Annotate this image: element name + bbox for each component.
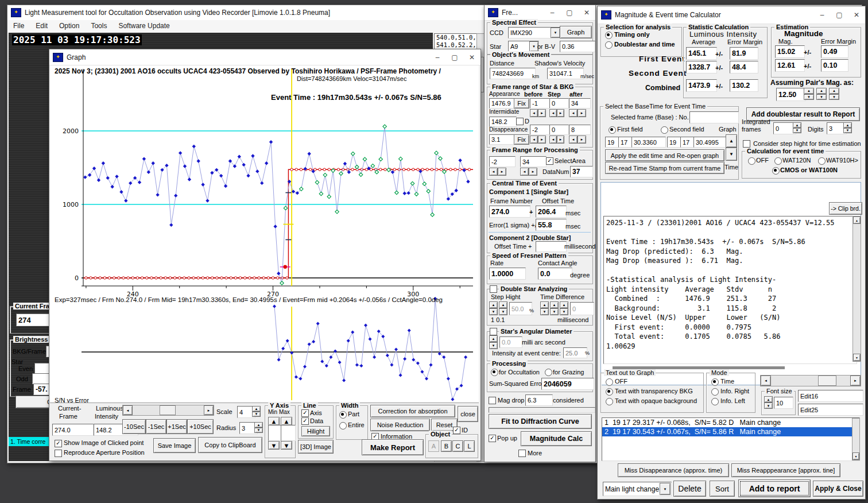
mag1-err-field[interactable]: 0.49 xyxy=(821,45,848,58)
step-spin-1[interactable] xyxy=(489,301,498,315)
second-field-radio[interactable] xyxy=(661,126,668,134)
fre-titlebar[interactable]: Fre... xyxy=(485,5,595,21)
scroll-left-icon[interactable] xyxy=(761,376,771,386)
make-report-button[interactable]: Make Report xyxy=(362,439,424,455)
scroll-down-icon[interactable] xyxy=(853,354,861,361)
ymax-down-icon[interactable] xyxy=(281,441,292,450)
before-spin[interactable] xyxy=(530,109,546,116)
scale-spinner[interactable] xyxy=(252,406,261,417)
consider-step-checkbox[interactable] xyxy=(743,140,750,148)
light-curve-chart[interactable]: 240270300010002000 xyxy=(50,65,478,402)
miss-disappearance-button[interactable]: Miss Disappearance (approx. time) xyxy=(618,463,729,477)
time-difference-field[interactable]: 0 xyxy=(570,302,594,315)
to-spin[interactable] xyxy=(520,168,537,175)
ymin-down-icon[interactable] xyxy=(268,441,280,450)
spectral-graph-button[interactable]: Graph xyxy=(560,26,592,38)
ymax-track[interactable] xyxy=(281,425,296,441)
integrated-spin[interactable] xyxy=(793,122,801,133)
digits-spin[interactable] xyxy=(843,122,852,133)
results-listbox[interactable]: 1 19 17 29.317 +/- 0.068s, S/N= 5.82 D M… xyxy=(602,417,860,461)
data-checkbox[interactable] xyxy=(301,417,309,425)
hilight-button[interactable]: Hilight xyxy=(301,426,330,436)
mode-left-radio[interactable] xyxy=(711,398,719,405)
after-field[interactable]: 34 xyxy=(569,98,591,109)
plus-10sec-button[interactable]: +10Sec xyxy=(187,419,214,434)
font-size-field[interactable]: 10 xyxy=(774,397,793,409)
offset2-field[interactable] xyxy=(536,241,567,252)
ccd-select[interactable]: IMX290 xyxy=(508,27,561,38)
id-checkbox[interactable] xyxy=(453,427,460,434)
magnitude-calc-button[interactable]: Magnitude Calc xyxy=(521,431,592,446)
fix-disappearance-button[interactable]: Fix xyxy=(514,134,529,145)
reread-timestamp-button[interactable]: Re-read Time Stamp from current frame xyxy=(605,162,724,174)
plus-1sec-button[interactable]: +1Sec xyxy=(166,419,187,434)
spin-up-icon[interactable] xyxy=(254,422,263,428)
edit25-field[interactable]: Edit25 xyxy=(798,404,863,416)
entire-radio[interactable] xyxy=(339,422,347,430)
minus-1sec-button[interactable]: -1Sec xyxy=(146,419,166,434)
copy-clipboard-button[interactable]: Copy to ClipBoard xyxy=(198,437,262,453)
ymax-up-icon[interactable] xyxy=(281,417,292,425)
assumed-mag-field[interactable]: 12.50 xyxy=(776,88,806,101)
after2-spin[interactable] xyxy=(569,136,586,142)
object-c-button[interactable]: C xyxy=(452,440,463,452)
scroll-right-icon[interactable] xyxy=(850,376,861,386)
show-image-checkbox[interactable] xyxy=(55,440,62,447)
object-a-button[interactable]: A xyxy=(428,440,439,452)
before2-field[interactable]: -2 xyxy=(530,125,551,135)
fix-appearance-button[interactable]: Fix xyxy=(514,98,529,109)
mag-drop-field[interactable]: 6.3 xyxy=(525,394,553,406)
angular-diameter-checkbox[interactable] xyxy=(490,328,497,335)
combined-err-field[interactable]: 130.2 xyxy=(730,79,758,92)
rate-field[interactable]: 1.0000 xyxy=(489,268,526,280)
wat910-radio[interactable] xyxy=(818,157,826,165)
close-icon[interactable] xyxy=(848,6,865,24)
cmos-radio[interactable] xyxy=(772,167,780,175)
t1-sec[interactable]: 30.3360 xyxy=(631,137,666,148)
reproduce-aperture-checkbox[interactable] xyxy=(55,450,62,457)
more-checkbox[interactable] xyxy=(518,450,526,457)
ymin-up-icon[interactable] xyxy=(268,417,280,425)
second-err-field[interactable]: 48.4 xyxy=(730,61,758,73)
mode-right-radio[interactable] xyxy=(711,388,719,396)
from-spin[interactable] xyxy=(489,168,506,175)
scroll-up-icon[interactable] xyxy=(853,216,861,224)
mag2-field[interactable]: 12.61 xyxy=(775,59,805,72)
apply-edit-time-button[interactable]: Apply the edit time and Re-open graph xyxy=(605,149,724,161)
textout-off-radio[interactable] xyxy=(606,378,613,386)
assumed-spin-3[interactable] xyxy=(829,88,839,100)
angular-spin[interactable] xyxy=(489,335,498,349)
appearance-field[interactable]: 1476.9 xyxy=(489,98,517,109)
menu-software-update[interactable]: Software Update xyxy=(113,20,175,33)
spin-up-icon[interactable] xyxy=(252,406,261,412)
t2-sec[interactable]: 30.4995 xyxy=(693,137,728,148)
minimize-icon[interactable] xyxy=(429,49,446,65)
sort-button[interactable]: Sort xyxy=(710,481,735,497)
step-hight-field[interactable]: 50.0 xyxy=(509,302,532,315)
selectarea-checkbox[interactable] xyxy=(546,157,553,165)
before-field[interactable]: -1 xyxy=(530,98,551,109)
offset-time-field[interactable]: 206.4 xyxy=(536,206,567,218)
menu-tools[interactable]: Tools xyxy=(85,20,113,33)
error-sigma-field[interactable]: 55.8 xyxy=(536,219,567,231)
range-to-field[interactable]: 34 xyxy=(520,156,547,167)
light-change-dropdown[interactable]: Main light change xyxy=(603,482,672,496)
close-icon[interactable] xyxy=(578,5,595,20)
occultation-radio[interactable] xyxy=(491,369,498,376)
step2-field[interactable]: 0 xyxy=(549,125,569,135)
distance-field[interactable]: 748243669 xyxy=(490,68,536,79)
result-row-2[interactable]: 2 19 17 30.543 +/- 0.067s, S/N= 5.86 R M… xyxy=(602,427,859,436)
maximize-icon[interactable] xyxy=(831,6,848,24)
time-up-icon[interactable] xyxy=(726,134,737,148)
noise-reduction-button[interactable]: Noise Reduction xyxy=(370,419,430,431)
dropdown-icon[interactable] xyxy=(551,28,560,38)
assumed-spin-1[interactable] xyxy=(804,88,814,100)
disappearance-field[interactable]: 3.1 xyxy=(489,134,517,145)
part-radio[interactable] xyxy=(339,411,347,419)
angular-field[interactable]: 0.0 xyxy=(499,336,522,348)
scroll-right-icon[interactable] xyxy=(204,405,214,415)
close-graph-button[interactable]: close xyxy=(458,406,478,422)
close-icon[interactable] xyxy=(463,49,480,65)
menu-file[interactable]: File xyxy=(7,20,30,33)
popup-checkbox[interactable] xyxy=(489,435,496,442)
